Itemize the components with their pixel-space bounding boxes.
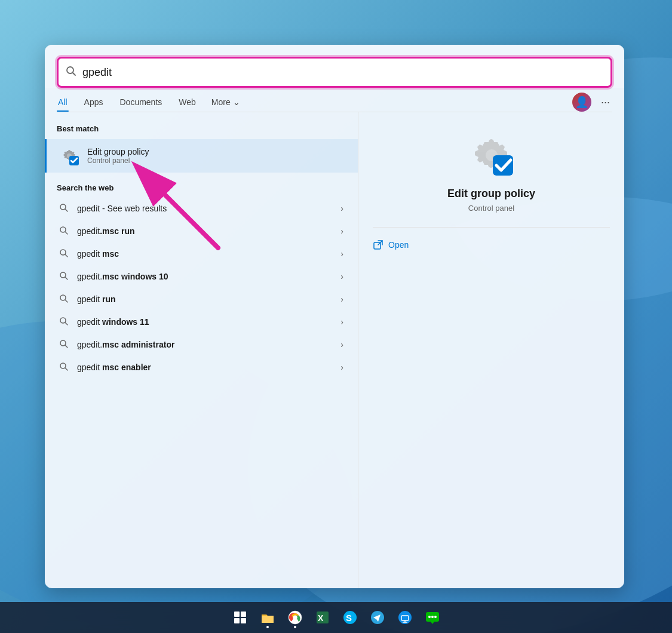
open-label: Open xyxy=(388,240,409,250)
search-input[interactable]: gpedit xyxy=(82,66,603,79)
main-content: Best match Edit group polic xyxy=(45,112,624,588)
taskbar-messages[interactable] xyxy=(421,606,444,629)
taskbar-dot xyxy=(266,626,269,628)
svg-line-11 xyxy=(65,232,67,234)
taskbar-skype[interactable]: S xyxy=(338,606,362,629)
tab-documents[interactable]: Documents xyxy=(118,93,163,112)
taskbar-telegram[interactable] xyxy=(366,606,389,629)
open-button[interactable]: Open xyxy=(373,239,409,250)
search-bar-wrapper: gpedit xyxy=(57,57,612,88)
chevron-right-icon-6: › xyxy=(340,317,343,327)
web-search-item-5[interactable]: gpedit run › xyxy=(47,288,355,311)
tab-more[interactable]: More ⌄ xyxy=(211,97,240,107)
svg-point-48 xyxy=(434,616,437,618)
taskbar-start-button[interactable] xyxy=(228,606,252,629)
svg-line-21 xyxy=(65,345,67,348)
tabs-row: All Apps Documents Web More ⌄ 👤 ··· xyxy=(45,88,624,112)
svg-line-23 xyxy=(65,368,67,370)
best-match-label: Best match xyxy=(45,124,358,139)
web-search-text-3: gpedit msc xyxy=(77,249,340,259)
chevron-right-icon-7: › xyxy=(340,340,343,349)
chevron-down-icon: ⌄ xyxy=(233,97,240,107)
svg-rect-30 xyxy=(241,612,246,617)
svg-rect-31 xyxy=(234,618,240,623)
search-icon-small-8 xyxy=(59,362,70,373)
chevron-right-icon-2: › xyxy=(340,226,343,236)
svg-line-17 xyxy=(65,300,67,302)
svg-rect-32 xyxy=(241,618,246,623)
chevron-right-icon-8: › xyxy=(340,362,343,372)
search-icon-small-5 xyxy=(59,294,70,305)
web-search-item-4[interactable]: gpedit.msc windows 10 › xyxy=(47,265,355,288)
taskbar-chrome[interactable] xyxy=(283,606,307,629)
right-panel-divider xyxy=(373,227,610,228)
taskbar: X S xyxy=(0,602,672,633)
search-bar-area: gpedit xyxy=(45,45,624,88)
web-search-item-1[interactable]: gpedit - See web results › xyxy=(47,197,355,220)
more-options-button[interactable]: ··· xyxy=(599,94,612,111)
svg-point-47 xyxy=(431,616,434,618)
search-icon-small-1 xyxy=(59,203,70,214)
search-icon-small-7 xyxy=(59,339,70,350)
web-search-item-3[interactable]: gpedit msc › xyxy=(47,242,355,265)
svg-line-13 xyxy=(65,254,67,257)
avatar-image: 👤 xyxy=(575,96,588,109)
tab-apps[interactable]: Apps xyxy=(83,93,105,112)
app-subtitle: Control panel xyxy=(468,204,514,213)
best-match-subtitle: Control panel xyxy=(87,156,149,165)
chevron-right-icon-4: › xyxy=(340,272,343,281)
left-panel: Best match Edit group polic xyxy=(45,112,358,588)
search-window: gpedit All Apps Documents Web More ⌄ 👤 ·… xyxy=(45,45,624,588)
web-search-item-7[interactable]: gpedit.msc administrator › xyxy=(47,333,355,356)
right-panel: Edit group policy Control panel Open xyxy=(358,112,624,588)
web-search-text-8: gpedit msc enabler xyxy=(77,362,340,372)
search-icon-small-2 xyxy=(59,226,70,236)
taskbar-teamviewer[interactable] xyxy=(393,606,417,629)
svg-point-35 xyxy=(293,616,297,620)
svg-line-5 xyxy=(73,73,76,76)
tab-all[interactable]: All xyxy=(57,93,69,112)
svg-rect-29 xyxy=(234,612,240,617)
search-icon-small-6 xyxy=(59,316,70,327)
web-search-item-6[interactable]: gpedit windows 11 › xyxy=(47,311,355,333)
svg-point-46 xyxy=(428,616,431,618)
tabs-right-actions: 👤 ··· xyxy=(572,93,612,112)
taskbar-excel[interactable]: X xyxy=(311,606,335,629)
svg-line-15 xyxy=(65,277,67,279)
best-match-text: Edit group policy Control panel xyxy=(87,147,149,165)
svg-text:X: X xyxy=(318,613,324,623)
chevron-right-icon-1: › xyxy=(340,204,343,213)
web-search-text-1: gpedit - See web results xyxy=(77,204,340,213)
web-search-label: Search the web xyxy=(45,175,358,197)
taskbar-chrome-dot xyxy=(294,626,296,628)
taskbar-file-explorer[interactable] xyxy=(256,606,280,629)
chevron-right-icon-3: › xyxy=(340,249,343,259)
user-avatar[interactable]: 👤 xyxy=(572,93,591,112)
group-policy-icon xyxy=(59,145,80,167)
web-search-text-4: gpedit.msc windows 10 xyxy=(77,272,340,281)
search-icon-small-4 xyxy=(59,271,70,282)
open-external-icon xyxy=(373,239,383,250)
svg-text:S: S xyxy=(346,613,352,623)
search-icon-small-3 xyxy=(59,248,70,259)
app-icon-large xyxy=(468,130,515,178)
web-search-text-7: gpedit.msc administrator xyxy=(77,340,340,349)
svg-line-9 xyxy=(65,209,67,211)
web-search-text-2: gpedit.msc run xyxy=(77,226,340,236)
search-icon xyxy=(66,66,76,79)
app-title: Edit group policy xyxy=(447,188,535,200)
best-match-item[interactable]: Edit group policy Control panel xyxy=(45,139,358,173)
web-search-text-6: gpedit windows 11 xyxy=(77,317,340,327)
svg-line-19 xyxy=(65,322,67,325)
best-match-title: Edit group policy xyxy=(87,147,149,156)
web-search-text-5: gpedit run xyxy=(77,294,340,304)
tab-web[interactable]: Web xyxy=(177,93,197,112)
web-search-item-8[interactable]: gpedit msc enabler › xyxy=(47,356,355,379)
chevron-right-icon-5: › xyxy=(340,294,343,304)
web-search-item-2[interactable]: gpedit.msc run › xyxy=(47,220,355,242)
